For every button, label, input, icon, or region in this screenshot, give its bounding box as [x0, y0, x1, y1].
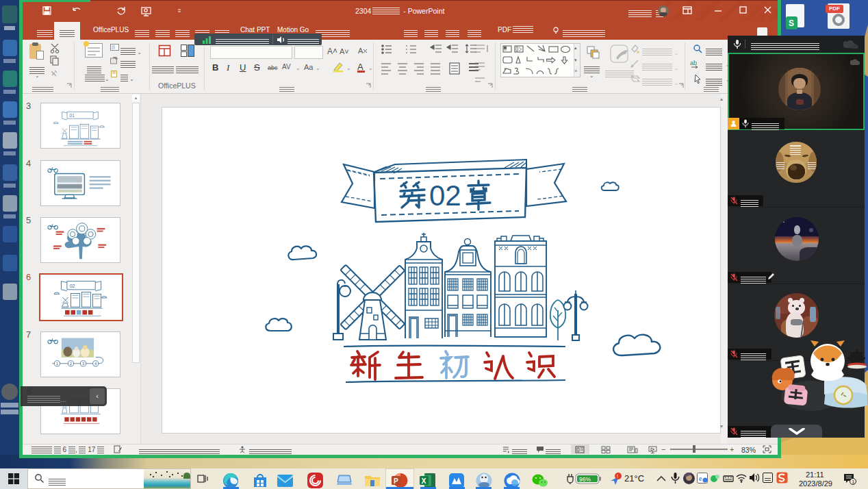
svg-text:e: e [699, 475, 702, 482]
svg-text:02: 02 [70, 284, 75, 288]
svg-text:P: P [394, 477, 398, 485]
svg-text:!: ! [617, 474, 618, 479]
svg-text:02: 02 [429, 179, 461, 212]
svg-text:ab: ab [690, 60, 697, 66]
svg-text:1: 1 [56, 362, 58, 366]
svg-text:A: A [358, 47, 363, 55]
svg-text:96%: 96% [579, 476, 591, 483]
svg-text:01: 01 [70, 113, 75, 118]
svg-text:X: X [421, 477, 426, 485]
svg-text:2: 2 [70, 362, 72, 366]
svg-text:1: 1 [852, 479, 854, 484]
